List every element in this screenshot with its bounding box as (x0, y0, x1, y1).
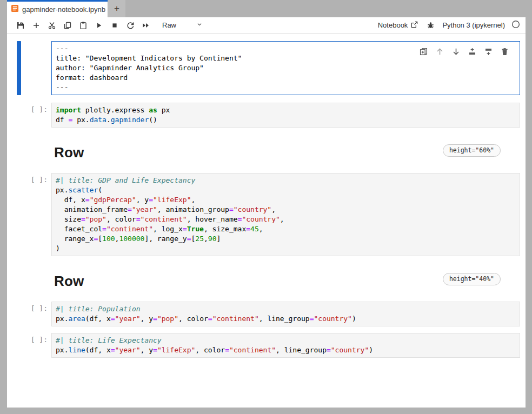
code-cell-editor[interactable]: import plotly.express as pxdf = px.data.… (51, 103, 520, 128)
code-line: #| title: Population (56, 304, 516, 314)
cell-prompt: [ ]: (7, 103, 51, 128)
cell-code-area: [ ]: #| title: Populationpx.area(df, x="… (7, 302, 526, 326)
tab-bar: gapminder-notebook.ipynb × + (7, 0, 526, 17)
height-attribute-badge: height="60%" (443, 144, 501, 157)
markdown-cell-row-2[interactable]: Row height="40%" (54, 271, 501, 291)
markdown-cell-row-1[interactable]: Row height="60%" (54, 143, 501, 162)
row-heading: Row (54, 273, 84, 290)
bug-debugger-icon[interactable] (425, 18, 436, 32)
code-line: facet_col="continent", log_x=True, size_… (56, 224, 516, 234)
notebook-file-icon (11, 4, 19, 15)
stop-icon[interactable] (107, 18, 122, 32)
toolbar-right: Notebook Python 3 (ipykernel) (378, 18, 520, 32)
new-tab-button[interactable]: + (108, 0, 125, 17)
paste-icon[interactable] (75, 18, 91, 32)
code-line: df = px.data.gapminder() (56, 115, 516, 125)
code-line: px.scatter( (56, 185, 516, 195)
cell-collapser[interactable] (17, 41, 21, 95)
notebook-panel: ---title: "Development Indicators by Con… (7, 34, 526, 408)
delete-cell-icon[interactable] (500, 47, 509, 56)
cell-code-scatter: [ ]: #| title: GDP and Life Expectancypx… (7, 173, 526, 256)
notebook-toolbar: Raw Notebook Python 3 (ipykernel) (7, 17, 526, 34)
code-line: df, x="gdpPercap", y="lifeExp", (56, 195, 516, 205)
cell-collapser[interactable] (17, 103, 21, 128)
cell-type-dropdown[interactable]: Raw (162, 21, 203, 30)
cell-toolbar (418, 46, 510, 57)
code-line: format: dashboard (56, 73, 516, 83)
save-icon[interactable] (12, 18, 28, 32)
cell-collapser[interactable] (17, 333, 21, 358)
code-line: import plotly.express as px (56, 105, 516, 115)
cell-collapser[interactable] (17, 302, 21, 326)
run-all-icon[interactable] (138, 18, 154, 32)
code-cell-editor[interactable]: #| title: Life Expectancypx.line(df, x="… (51, 333, 520, 358)
cell-prompt: [ ]: (7, 173, 51, 256)
add-cell-icon[interactable] (28, 18, 44, 32)
code-line: --- (56, 83, 516, 92)
external-link-icon (410, 21, 418, 30)
code-line: px.area(df, x="year", y="pop", color="co… (56, 314, 516, 324)
tab-gapminder-notebook[interactable]: gapminder-notebook.ipynb × (7, 0, 108, 17)
kernel-status-icon (511, 20, 520, 30)
cell-raw-frontmatter: ---title: "Development Indicators by Con… (7, 41, 526, 95)
cell-code-import: [ ]: import plotly.express as pxdf = px.… (7, 103, 526, 128)
height-attribute-badge: height="40%" (443, 273, 501, 285)
code-line: #| title: Life Expectancy (56, 336, 516, 345)
chevron-down-icon (196, 21, 203, 30)
insert-cell-below-icon[interactable] (484, 47, 493, 56)
run-icon[interactable] (91, 18, 107, 32)
cell-collapser[interactable] (17, 173, 21, 256)
code-cell-editor[interactable]: #| title: Populationpx.area(df, x="year"… (51, 302, 520, 326)
code-line: size="pop", color="continent", hover_nam… (56, 215, 516, 224)
cell-type-value: Raw (162, 21, 196, 29)
kernel-name[interactable]: Python 3 (ipykernel) (442, 21, 505, 29)
duplicate-cell-icon[interactable] (419, 47, 428, 56)
restart-kernel-icon[interactable] (122, 18, 138, 32)
code-line: animation_frame="year", animation_group=… (56, 205, 516, 215)
cell-code-line: [ ]: #| title: Life Expectancypx.line(df… (7, 333, 526, 358)
code-line: author: "Gapminder Analytics Group" (56, 63, 516, 73)
cell-prompt (7, 41, 51, 95)
open-notebook-button[interactable]: Notebook (378, 21, 419, 30)
copy-icon[interactable] (59, 18, 75, 32)
code-line: range_x=[100,100000], range_y=[25,90] (56, 234, 516, 244)
code-cell-editor[interactable]: #| title: GDP and Life Expectancypx.scat… (51, 173, 520, 256)
move-cell-up-icon[interactable] (435, 47, 444, 56)
insert-cell-above-icon[interactable] (468, 47, 477, 56)
code-line: #| title: GDP and Life Expectancy (56, 176, 516, 185)
tab-title: gapminder-notebook.ipynb (22, 5, 105, 14)
cell-prompt: [ ]: (7, 333, 51, 358)
jupyterlab-window: gapminder-notebook.ipynb × + (7, 0, 526, 408)
move-cell-down-icon[interactable] (451, 47, 461, 56)
code-line: ) (56, 244, 516, 253)
cut-icon[interactable] (44, 18, 59, 32)
row-heading: Row (54, 144, 84, 161)
notebook-label: Notebook (378, 21, 408, 29)
code-line: px.line(df, x="year", y="lifeExp", color… (56, 345, 516, 355)
cell-prompt: [ ]: (7, 302, 51, 326)
